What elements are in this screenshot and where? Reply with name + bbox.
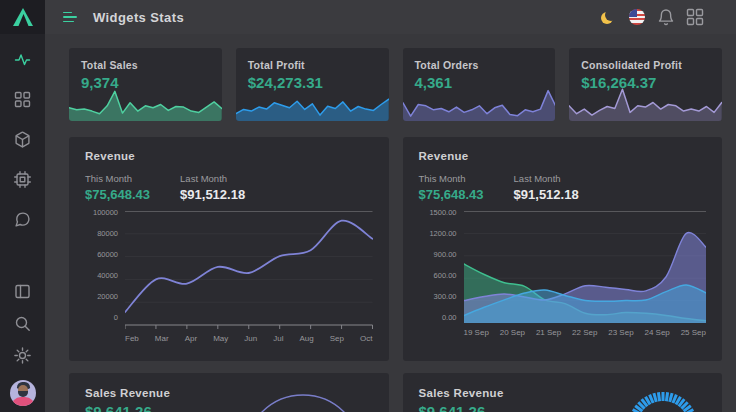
sidebar-bottom-nav bbox=[10, 282, 36, 412]
this-month-label: This Month bbox=[419, 173, 484, 184]
axis-tick-label: 23 Sep bbox=[608, 328, 633, 337]
dark-mode-toggle[interactable] bbox=[599, 8, 617, 26]
revenue-daily-chart-area: 1500.001200.00900.00600.00300.000.00 bbox=[419, 211, 707, 325]
sidebar-item-messages[interactable] bbox=[13, 210, 33, 228]
stat-card-total-sales[interactable]: Total Sales 9,374 bbox=[69, 48, 222, 121]
chat-icon bbox=[14, 211, 31, 228]
triangle-logo-icon bbox=[12, 7, 34, 27]
this-month-label: This Month bbox=[85, 173, 150, 184]
stat-label: Total Sales bbox=[69, 48, 222, 71]
sidebar-item-products[interactable] bbox=[13, 130, 33, 148]
revenue-monthly-plot[interactable] bbox=[125, 211, 373, 331]
stat-card-total-profit[interactable]: Total Profit $24,273.31 bbox=[236, 48, 389, 121]
main-content: Total Sales 9,374 Total Profit $24,273.3… bbox=[45, 34, 736, 412]
top-header: Widgets Stats bbox=[45, 0, 736, 34]
notifications-button[interactable] bbox=[657, 8, 675, 26]
stat-label: Consolidated Profit bbox=[569, 48, 722, 71]
sales-revenue-panel-left: Sales Revenue $9,641.26 bbox=[69, 373, 389, 412]
axis-tick-label: Sep bbox=[330, 334, 344, 343]
sales-revenue-tick-gauge bbox=[608, 375, 718, 412]
revenue-monthly-panel: Revenue This Month $75,648.43 Last Month… bbox=[69, 137, 389, 361]
sidebar-nav bbox=[13, 50, 33, 228]
sidebar-item-dashboard[interactable] bbox=[13, 50, 33, 68]
axis-tick-label: 1200.00 bbox=[429, 229, 456, 238]
sidebar-item-search[interactable] bbox=[13, 314, 33, 332]
sales-revenue-panel-right: Sales Revenue $9,641.26 bbox=[403, 373, 723, 412]
axis-tick-label: 24 Sep bbox=[644, 328, 669, 337]
axis-tick-label: 20 Sep bbox=[500, 328, 525, 337]
x-axis-labels: FebMarAprMayJunJulAugSepOct bbox=[125, 334, 373, 343]
revenue-daily-area-chart bbox=[464, 211, 707, 323]
widgets-grid-icon bbox=[14, 91, 31, 108]
axis-tick-label: 900.00 bbox=[434, 250, 457, 259]
stat-card-total-orders[interactable]: Total Orders 4,361 bbox=[403, 48, 556, 121]
sidebar-item-settings[interactable] bbox=[13, 346, 33, 364]
revenue-monthly-line-chart bbox=[125, 211, 373, 331]
x-axis-labels: 19 Sep20 Sep21 Sep22 Sep23 Sep24 Sep25 S… bbox=[464, 328, 707, 337]
stat-cards-row: Total Sales 9,374 Total Profit $24,273.3… bbox=[69, 48, 722, 121]
last-month-value: $91,512.18 bbox=[514, 187, 579, 202]
stat-label: Total Orders bbox=[403, 48, 556, 71]
last-month-label: Last Month bbox=[514, 173, 579, 184]
stat-label: Total Profit bbox=[236, 48, 389, 71]
axis-tick-label: 60000 bbox=[97, 250, 118, 259]
axis-tick-label: Aug bbox=[299, 334, 313, 343]
axis-tick-label: Jul bbox=[273, 334, 283, 343]
revenue-stats: This Month $75,648.43 Last Month $91,512… bbox=[85, 173, 373, 202]
axis-tick-label: May bbox=[213, 334, 228, 343]
menu-toggle-button[interactable] bbox=[63, 12, 78, 23]
axis-tick-label: 100000 bbox=[93, 208, 118, 217]
total-profit-sparkline-chart bbox=[236, 88, 389, 121]
axis-tick-label: 19 Sep bbox=[464, 328, 489, 337]
revenue-monthly-chart-area: 100000800006000040000200000 bbox=[85, 211, 373, 331]
axis-tick-label: 80000 bbox=[97, 229, 118, 238]
us-flag-icon bbox=[629, 9, 645, 25]
axis-tick-label: Jun bbox=[244, 334, 257, 343]
axis-tick-label: 40000 bbox=[97, 271, 118, 280]
y-axis-labels: 1500.001200.00900.00600.00300.000.00 bbox=[419, 208, 464, 322]
language-selector[interactable] bbox=[628, 8, 646, 26]
page-title: Widgets Stats bbox=[93, 10, 184, 25]
revenue-stats: This Month $75,648.43 Last Month $91,512… bbox=[419, 173, 707, 202]
panel-title: Revenue bbox=[419, 150, 707, 162]
cpu-icon bbox=[14, 171, 31, 188]
user-avatar[interactable] bbox=[10, 380, 36, 406]
panel-title: Revenue bbox=[85, 150, 373, 162]
sidebar-item-layout[interactable] bbox=[13, 282, 33, 300]
this-month-value: $75,648.43 bbox=[419, 187, 484, 202]
axis-tick-label: 300.00 bbox=[434, 292, 457, 301]
axis-tick-label: 20000 bbox=[97, 292, 118, 301]
bell-icon bbox=[657, 8, 675, 26]
total-sales-sparkline-chart bbox=[69, 88, 222, 121]
moon-icon bbox=[605, 9, 617, 21]
axis-tick-label: 600.00 bbox=[434, 271, 457, 280]
revenue-daily-plot[interactable] bbox=[464, 211, 707, 323]
sales-revenue-row: Sales Revenue $9,641.26 Sales Revenue $9… bbox=[69, 373, 722, 412]
app-logo[interactable] bbox=[0, 0, 45, 34]
box-icon bbox=[14, 131, 31, 148]
apps-menu-button[interactable] bbox=[686, 8, 704, 26]
axis-tick-label: 21 Sep bbox=[536, 328, 561, 337]
apps-grid-icon bbox=[686, 8, 704, 26]
axis-tick-label: 1500.00 bbox=[429, 208, 456, 217]
sales-revenue-arc-gauge bbox=[231, 379, 375, 412]
sidebar-item-system[interactable] bbox=[13, 170, 33, 188]
last-month-value: $91,512.18 bbox=[180, 187, 245, 202]
consolidated-profit-sparkline-chart bbox=[569, 88, 722, 121]
search-icon bbox=[14, 315, 31, 332]
header-icons bbox=[599, 8, 704, 26]
this-month-value: $75,648.43 bbox=[85, 187, 150, 202]
axis-tick-label: Feb bbox=[125, 334, 139, 343]
axis-tick-label: 0.00 bbox=[442, 313, 457, 322]
axis-tick-label: Apr bbox=[185, 334, 197, 343]
revenue-panels-row: Revenue This Month $75,648.43 Last Month… bbox=[69, 137, 722, 361]
axis-tick-label: 25 Sep bbox=[681, 328, 706, 337]
total-orders-sparkline-chart bbox=[403, 88, 556, 121]
settings-gear-icon bbox=[14, 347, 31, 364]
axis-tick-label: 22 Sep bbox=[572, 328, 597, 337]
stat-card-consolidated-profit[interactable]: Consolidated Profit $16,264.37 bbox=[569, 48, 722, 121]
axis-tick-label: Mar bbox=[155, 334, 169, 343]
axis-tick-label: Oct bbox=[360, 334, 372, 343]
sidebar-item-widgets[interactable] bbox=[13, 90, 33, 108]
layout-icon bbox=[14, 283, 31, 300]
